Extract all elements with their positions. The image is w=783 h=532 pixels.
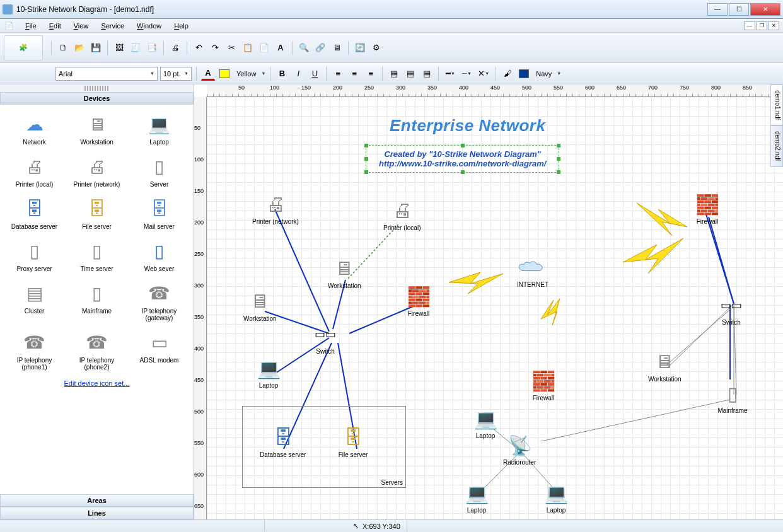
- node-laptop-3[interactable]: 💻 Laptop: [461, 480, 492, 514]
- device-tool-button[interactable]: 🖥: [330, 41, 344, 55]
- export-visio-button[interactable]: 🧾: [129, 41, 142, 55]
- device-item-workstation[interactable]: 🖥 Workstation: [66, 108, 127, 149]
- node-firewall-1[interactable]: 🧱 Firewall: [403, 284, 434, 317]
- device-item-file-server[interactable]: 🗄 File server: [66, 193, 127, 234]
- copy-button[interactable]: 📋: [241, 41, 255, 55]
- close-button[interactable]: ✕: [750, 3, 780, 16]
- device-item-time-server[interactable]: ▯ Time server: [66, 235, 127, 276]
- line-color-button[interactable]: [517, 67, 531, 81]
- node-firewall-3[interactable]: 🧱 Firewall: [692, 192, 722, 225]
- node-internet[interactable]: INTERNET: [517, 255, 548, 288]
- font-size-select[interactable]: 10 pt. ▼: [160, 67, 192, 81]
- align-top-button[interactable]: ▤: [387, 67, 401, 81]
- align-left-button[interactable]: ≡: [331, 67, 345, 81]
- menu-view[interactable]: View: [69, 21, 94, 31]
- new-file-button[interactable]: 🗋: [56, 41, 70, 55]
- node-radiorouter[interactable]: 📡 Radiorouter: [503, 432, 536, 466]
- arrow-style-button[interactable]: ✕ ▼: [476, 67, 491, 81]
- node-workstation-2[interactable]: 🖥 Workstation: [243, 289, 277, 322]
- export-image-button[interactable]: 🖼: [112, 41, 126, 55]
- align-right-button[interactable]: ≡: [364, 67, 378, 81]
- device-item-database-server[interactable]: 🗄 Database server: [4, 193, 65, 234]
- device-item-adsl-modem[interactable]: ▭ ADSL modem: [129, 327, 190, 374]
- diagram-title[interactable]: Enterprise Network: [390, 116, 545, 136]
- device-item-ip-telephony-gateway-[interactable]: ☎ IP telephony (gateway): [129, 277, 190, 325]
- device-item-laptop[interactable]: 💻 Laptop: [129, 108, 190, 149]
- redo-button[interactable]: ↷: [208, 41, 222, 55]
- node-switch-2[interactable]: ▭▭ Switch: [716, 292, 746, 326]
- text-tool-button[interactable]: A: [274, 41, 287, 55]
- link-tool-button[interactable]: 🔗: [313, 41, 327, 55]
- tab-demo2[interactable]: demo2.ndf: [770, 125, 783, 166]
- main-tool-button[interactable]: 🧩: [4, 35, 43, 61]
- scan-network-button[interactable]: 🔍: [297, 41, 311, 55]
- node-workstation-1[interactable]: 🖥 Workstation: [328, 256, 361, 289]
- mdi-minimize-button[interactable]: —: [744, 21, 755, 30]
- save-file-button[interactable]: 💾: [89, 41, 103, 55]
- export-html-button[interactable]: 📑: [145, 41, 159, 55]
- device-item-server[interactable]: ▯ Server: [129, 151, 190, 192]
- sidebar-header-areas[interactable]: Areas: [0, 494, 194, 507]
- node-printer-network[interactable]: 🖨 Printer (network): [252, 192, 299, 225]
- cut-button[interactable]: ✂: [224, 41, 238, 55]
- menu-edit[interactable]: Edit: [44, 21, 66, 31]
- settings-button[interactable]: ⚙: [369, 41, 383, 55]
- menu-file[interactable]: File: [20, 21, 42, 31]
- device-label: Mail server: [144, 223, 175, 230]
- node-switch-1[interactable]: ▭▭ Switch: [310, 321, 340, 355]
- chevron-down-icon[interactable]: ▼: [557, 71, 561, 76]
- minimize-button[interactable]: —: [707, 3, 728, 16]
- mdi-close-button[interactable]: ✕: [768, 21, 779, 30]
- device-item-ip-telephony-phone2-[interactable]: ☎ IP telephony (phone2): [66, 327, 127, 374]
- tab-demo1[interactable]: demo1.ndf: [770, 84, 783, 125]
- refresh-button[interactable]: 🔄: [353, 41, 367, 55]
- maximize-button[interactable]: ☐: [729, 3, 749, 16]
- device-item-ip-telephony-phone1-[interactable]: ☎ IP telephony (phone1): [4, 327, 65, 374]
- diagram-subtitle-box[interactable]: Created by "10-Strike Network Diagram" h…: [366, 145, 559, 173]
- chevron-down-icon[interactable]: ▼: [261, 71, 265, 76]
- fill-color-button[interactable]: [218, 67, 231, 81]
- menu-window[interactable]: Window: [132, 21, 166, 31]
- align-middle-button[interactable]: ▤: [403, 67, 417, 81]
- edit-icon-set-link[interactable]: Edit device icon set...: [4, 376, 190, 391]
- device-item-mainframe[interactable]: ▯ Mainframe: [66, 277, 127, 325]
- app-menu-icon[interactable]: 📄: [4, 21, 14, 31]
- diagram-canvas[interactable]: Enterprise Network Created by "10-Strike…: [207, 97, 783, 519]
- underline-button[interactable]: U: [308, 67, 322, 81]
- device-item-web-sever[interactable]: ▯ Web sever: [129, 235, 190, 276]
- node-mainframe[interactable]: ▯ Mainframe: [717, 381, 748, 414]
- align-center-button[interactable]: ≡: [347, 67, 361, 81]
- menu-service[interactable]: Service: [96, 21, 129, 31]
- device-item-mail-server[interactable]: 🗄 Mail server: [129, 193, 190, 234]
- align-bottom-button[interactable]: ▤: [420, 67, 434, 81]
- line-weight-button[interactable]: ━ ▼: [443, 67, 457, 81]
- device-item-network[interactable]: ☁ Network: [4, 108, 65, 149]
- bold-button[interactable]: B: [275, 67, 289, 81]
- device-item-printer-network-[interactable]: 🖨 Printer (network): [66, 151, 127, 192]
- node-firewall-2[interactable]: 🧱 Firewall: [528, 368, 559, 402]
- node-file-server[interactable]: 🗄 File server: [338, 425, 368, 458]
- font-color-button[interactable]: A: [201, 67, 215, 81]
- paste-button[interactable]: 📄: [257, 41, 271, 55]
- sidebar-grip[interactable]: [84, 86, 110, 91]
- font-select[interactable]: Arial ▼: [55, 67, 158, 81]
- node-workstation-3[interactable]: 🖥 Workstation: [648, 349, 682, 383]
- node-database-server[interactable]: 🗄 Database server: [260, 425, 306, 458]
- line-color-picker[interactable]: 🖌: [501, 67, 514, 81]
- node-laptop-1[interactable]: 💻 Laptop: [253, 356, 284, 389]
- open-file-button[interactable]: 📂: [72, 41, 86, 55]
- device-item-proxy-server[interactable]: ▯ Proxy server: [4, 235, 65, 276]
- mdi-restore-button[interactable]: ❐: [756, 21, 767, 30]
- print-button[interactable]: 🖨: [168, 41, 182, 55]
- menu-help[interactable]: Help: [169, 21, 194, 31]
- device-item-cluster[interactable]: ▤ Cluster: [4, 277, 65, 325]
- device-item-printer-local-[interactable]: 🖨 Printer (local): [4, 151, 65, 192]
- italic-button[interactable]: I: [291, 67, 305, 81]
- sidebar-header-devices[interactable]: Devices: [0, 92, 194, 105]
- node-laptop-2[interactable]: 💻 Laptop: [470, 406, 501, 439]
- node-printer-local[interactable]: 🖨 Printer (local): [383, 198, 420, 231]
- sidebar-header-lines[interactable]: Lines: [0, 507, 194, 519]
- node-laptop-4[interactable]: 💻 Laptop: [541, 480, 571, 514]
- line-style-button[interactable]: ┈ ▼: [460, 67, 473, 81]
- undo-button[interactable]: ↶: [192, 41, 206, 55]
